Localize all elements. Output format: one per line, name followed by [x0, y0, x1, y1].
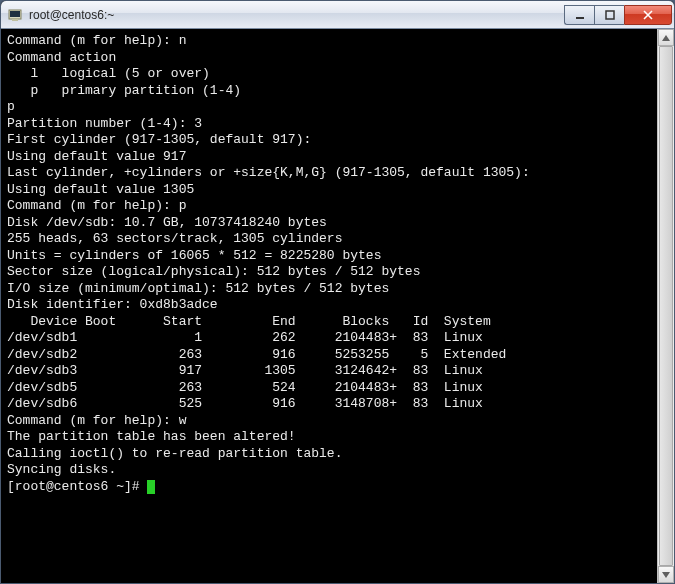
terminal-line: The partition table has been altered!	[7, 429, 651, 446]
terminal-line: Syncing disks.	[7, 462, 651, 479]
svg-rect-3	[576, 17, 584, 19]
window-title: root@centos6:~	[29, 8, 564, 22]
prompt-line: [root@centos6 ~]#	[7, 479, 651, 496]
terminal-line: Command action	[7, 50, 651, 67]
terminal-line: Command (m for help): w	[7, 413, 651, 430]
terminal-line: Disk /dev/sdb: 10.7 GB, 10737418240 byte…	[7, 215, 651, 232]
terminal-line: Device Boot Start End Blocks Id System	[7, 314, 651, 331]
scroll-down-button[interactable]	[658, 566, 674, 583]
terminal-line: /dev/sdb5 263 524 2104483+ 83 Linux	[7, 380, 651, 397]
terminal-line: Calling ioctl() to re-read partition tab…	[7, 446, 651, 463]
terminal-line: /dev/sdb2 263 916 5253255 5 Extended	[7, 347, 651, 364]
terminal[interactable]: Command (m for help): nCommand action l …	[1, 29, 657, 583]
close-button[interactable]	[624, 5, 672, 25]
putty-window: root@centos6:~ Command (m for help): nCo…	[0, 0, 675, 584]
terminal-line: p primary partition (1-4)	[7, 83, 651, 100]
svg-rect-2	[12, 19, 18, 21]
terminal-line: Last cylinder, +cylinders or +size{K,M,G…	[7, 165, 651, 182]
minimize-button[interactable]	[564, 5, 594, 25]
terminal-line: /dev/sdb6 525 916 3148708+ 83 Linux	[7, 396, 651, 413]
terminal-line: Using default value 917	[7, 149, 651, 166]
terminal-line: l logical (5 or over)	[7, 66, 651, 83]
putty-icon	[7, 7, 23, 23]
terminal-line: Using default value 1305	[7, 182, 651, 199]
cursor	[147, 480, 155, 494]
svg-rect-1	[10, 11, 20, 17]
terminal-line: First cylinder (917-1305, default 917):	[7, 132, 651, 149]
scrollbar[interactable]	[657, 29, 674, 583]
terminal-line: I/O size (minimum/optimal): 512 bytes / …	[7, 281, 651, 298]
terminal-line: Partition number (1-4): 3	[7, 116, 651, 133]
maximize-button[interactable]	[594, 5, 624, 25]
terminal-line: Command (m for help): n	[7, 33, 651, 50]
titlebar[interactable]: root@centos6:~	[1, 1, 674, 29]
terminal-line: Command (m for help): p	[7, 198, 651, 215]
terminal-line: p	[7, 99, 651, 116]
terminal-line: Sector size (logical/physical): 512 byte…	[7, 264, 651, 281]
terminal-line: /dev/sdb1 1 262 2104483+ 83 Linux	[7, 330, 651, 347]
terminal-area: Command (m for help): nCommand action l …	[1, 29, 674, 583]
scroll-up-button[interactable]	[658, 29, 674, 46]
scroll-thumb[interactable]	[659, 46, 673, 566]
prompt-text: [root@centos6 ~]#	[7, 479, 147, 494]
terminal-line: /dev/sdb3 917 1305 3124642+ 83 Linux	[7, 363, 651, 380]
terminal-line: Units = cylinders of 16065 * 512 = 82252…	[7, 248, 651, 265]
terminal-line: 255 heads, 63 sectors/track, 1305 cylind…	[7, 231, 651, 248]
scroll-track[interactable]	[658, 46, 674, 566]
terminal-line: Disk identifier: 0xd8b3adce	[7, 297, 651, 314]
window-controls	[564, 5, 672, 25]
svg-rect-4	[606, 11, 614, 19]
